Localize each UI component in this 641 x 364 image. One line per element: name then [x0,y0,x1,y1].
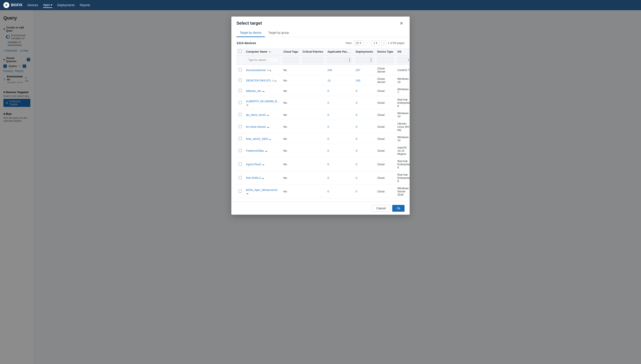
device-name-9[interactable]: ING-RHEL3 [246,176,261,180]
cloud-icon: ☁ [269,138,271,140]
table-row: fede_win10_1903 ☁ No 0 0 Cloud Windows 1… [236,134,410,144]
device-name-6[interactable]: fede_win10_1903 [246,137,268,140]
cloud-tags-6: No [281,134,300,144]
device-type-10: Cloud [375,185,395,198]
deployments-2: 0 [354,86,375,96]
device-type-0: Cloud, Server [375,65,395,75]
row-checkbox-0[interactable] [239,68,242,71]
critical-patches-0 [300,65,325,75]
table-toolbar: 1314 devices View: 20 ▾ ‹ 1 ▾ [236,40,405,46]
critical-patches-3 [300,96,325,110]
relay-icon: ⊙ [272,79,274,82]
col-cloud-tags: Cloud Tags [281,48,300,55]
app-name: BIGFIX [11,3,22,7]
view-per-page-select[interactable]: 20 ▾ [354,40,363,46]
devices-table: Computer Name ⇅ Cloud Tags Critical Patc… [236,48,410,198]
device-name-0[interactable]: linuxcloudserver [246,68,266,72]
row-checkbox-10[interactable] [239,190,242,193]
cloud-icon: ☁ [267,125,269,128]
next-page-button[interactable]: › [381,40,386,46]
modal-tabs: Target by device Target by group [231,26,410,37]
tab-target-by-device[interactable]: Target by device [236,29,265,37]
modal-title: Select target [236,21,262,26]
cloud-tags-5: No [281,120,300,134]
device-name-3[interactable]: ALBERTO_NC148399_B... [246,100,279,103]
os-0: CentOS 7 [395,65,410,75]
nav-deployments[interactable]: Deployments [57,2,75,8]
row-checkbox-1[interactable] [239,78,242,82]
os-8: Red Hat Enterprise 6 [395,158,410,171]
row-checkbox-9[interactable] [239,176,242,179]
top-navigation: B BIGFIX Devices Apps ▾ Deployments Repo… [0,0,641,10]
deployments-1: 243 [354,75,375,86]
page-background: Query ▾ Create or edit Quer Environment … [0,10,641,364]
critical-patches-6 [300,134,325,144]
os-9: Red Hat Enterprise 6 [395,171,410,185]
cloud-tags-9: No [281,171,300,185]
device-type-3: Cloud [375,96,395,110]
device-type-9: Cloud [375,171,395,185]
os-filter[interactable]: ▾ [397,57,410,63]
os-1: Windows 10 [395,75,410,86]
prev-page-button[interactable]: ‹ [365,40,370,46]
page-total: 1 of 66 pages [388,41,405,44]
computer-name-search[interactable] [246,57,279,63]
device-name-4[interactable]: dp_client_win10 [246,113,266,116]
cloud-icon: ☁ [246,192,249,195]
cloud-tags-8: No [281,158,300,171]
cloud-tags-filter[interactable] [283,57,298,63]
deployments-filter[interactable]: ▲▼ [356,57,373,63]
dropdown-arrow-icon: ▾ [51,3,52,6]
tab-target-by-group[interactable]: Target by group [265,29,292,37]
row-checkbox-4[interactable] [239,113,242,116]
critical-patches-filter[interactable] [302,57,323,63]
applicable-patches-8: 0 [325,158,354,171]
deployments-3: 0 [354,96,375,110]
critical-patches-7 [300,144,325,158]
device-name-2[interactable]: lattanas_win [246,89,261,92]
cloud-icon: ☁ [265,149,267,152]
row-checkbox-3[interactable] [239,101,242,104]
row-checkbox-2[interactable] [239,89,242,92]
row-checkbox-6[interactable] [239,137,242,140]
modal-close-button[interactable]: ✕ [398,21,405,26]
device-type-filter[interactable] [377,57,393,63]
row-checkbox-7[interactable] [239,149,242,152]
sort-applicable-patches-icon[interactable]: ↓ [350,51,351,53]
device-name-10[interactable]: MCM_Vipin_Winserver19 [246,188,277,192]
select-all-checkbox[interactable] [239,50,242,53]
applicable-patches-4: 0 [325,110,354,120]
device-name-8[interactable]: AgoLinTest2 [246,163,261,166]
table-header-row: Computer Name ⇅ Cloud Tags Critical Patc… [236,48,410,55]
os-3: Red Hat Enterprise 8 [395,96,410,110]
os-7: macOS 10.14 Mojave [395,144,410,158]
row-checkbox-8[interactable] [239,162,242,166]
row-checkbox-5[interactable] [239,125,242,128]
current-page-input[interactable]: 1 ▾ [371,40,380,46]
device-count: 1314 devices [236,41,256,45]
table-row: linuxcloudserver ⊙☁ No 240 207 Cloud, Se… [236,65,410,75]
nav-devices[interactable]: Devices [27,2,38,8]
cloud-tags-1: No [281,75,300,86]
applicable-patches-filter[interactable]: ▲▼ [328,57,351,63]
device-type-7: Cloud [375,144,395,158]
cancel-button[interactable]: Cancel [372,205,390,212]
applicable-patches-2: 0 [325,86,354,96]
applicable-patches-10: 0 [325,185,354,198]
device-name-1[interactable]: DESKTOP-PKIC4TL [246,79,271,82]
os-4: Windows 10 [395,110,410,120]
device-name-5[interactable]: bn-Alola-Ubuntu [246,125,266,128]
ok-button[interactable]: Ok [392,205,405,212]
applicable-patches-6: 0 [325,134,354,144]
table-row: dp_client_win10 ☁ No 0 0 Cloud Windows 1… [236,110,410,120]
nav-reports[interactable]: Reports [80,2,90,8]
col-deployments: Deployments [354,48,375,55]
nav-apps[interactable]: Apps ▾ [43,2,52,8]
col-computer-name: Computer Name ⇅ [244,48,281,55]
deployments-0: 207 [354,65,375,75]
device-type-1: Cloud, Server [375,75,395,86]
device-name-7[interactable]: FedericoGMac [246,149,264,152]
table-row: ALBERTO_NC148399_B... ☁ No 0 0 Cloud Red… [236,96,410,110]
col-critical-patches: Critical Patches [300,48,325,55]
sort-computer-name-icon[interactable]: ⇅ [269,51,271,53]
